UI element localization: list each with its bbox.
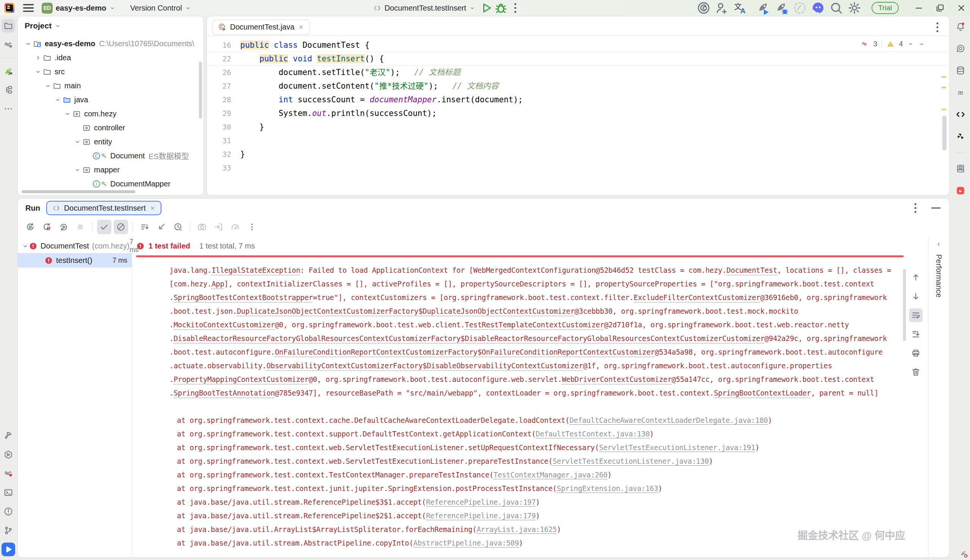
prev-occurrence-button[interactable] bbox=[909, 270, 923, 284]
chevron-down-icon[interactable] bbox=[22, 242, 29, 250]
run-configuration-selector[interactable]: DocumentTest.testInsert bbox=[369, 2, 480, 14]
debug-button[interactable] bbox=[494, 2, 508, 14]
editor-scrollbar-thumb[interactable] bbox=[942, 115, 947, 150]
warning-stripe-mark[interactable] bbox=[942, 109, 946, 110]
project-tree-item-com-hezy[interactable]: com.hezy bbox=[18, 107, 203, 121]
clear-console-button[interactable] bbox=[909, 365, 923, 379]
project-tree-item-documentmapper[interactable]: IDocumentMapper bbox=[18, 177, 203, 191]
project-tree-item-easy-es-demo[interactable]: easy-es-demoC:\Users\10765\Documents\ bbox=[18, 37, 203, 51]
stack-file-link[interactable]: TestContextManager.java:260 bbox=[493, 471, 607, 479]
maven-button[interactable]: m bbox=[954, 86, 967, 99]
editor-tab-documenttest[interactable]: C DocumentTest.java bbox=[212, 20, 310, 35]
console-class-link[interactable]: SpringBootContextLoader bbox=[714, 389, 811, 397]
stack-file-link[interactable]: ServletTestExecutionListener.java:130 bbox=[552, 457, 708, 465]
add-user-button[interactable] bbox=[715, 2, 729, 14]
stack-file-link[interactable]: DefaultTestContext.java:130 bbox=[536, 430, 650, 438]
chevron-down-icon[interactable] bbox=[23, 40, 33, 47]
project-vertical-scrollbar[interactable] bbox=[199, 62, 202, 118]
ai-assistant-side-button[interactable] bbox=[954, 42, 967, 55]
tool-services-button[interactable] bbox=[2, 448, 15, 462]
tool-terminal-button[interactable] bbox=[2, 486, 15, 499]
prev-problem-button[interactable] bbox=[907, 41, 914, 47]
console-class-link[interactable]: SpringBootTestAnnotation bbox=[173, 389, 275, 397]
run-button[interactable] bbox=[479, 2, 494, 14]
console-class-link[interactable]: PropertyMappingContextCustomizer bbox=[173, 375, 308, 383]
tool-structure-button[interactable] bbox=[2, 83, 15, 97]
chevron-right-icon[interactable] bbox=[33, 54, 43, 62]
settings-button[interactable] bbox=[847, 2, 862, 14]
ai-chat-button[interactable] bbox=[811, 2, 825, 14]
search-button[interactable] bbox=[829, 2, 843, 14]
stack-file-link[interactable]: ReferencePipeline.java:179 bbox=[426, 512, 536, 520]
stack-file-link[interactable]: ServletTestExecutionListener.java:191 bbox=[599, 443, 755, 452]
scroll-to-end-button[interactable] bbox=[909, 327, 923, 341]
project-tree-item-src[interactable]: src bbox=[18, 65, 203, 79]
console-class-link[interactable]: TestRestTemplateContextCustomizer bbox=[465, 320, 604, 329]
tool-git-button[interactable] bbox=[2, 523, 15, 537]
print-button[interactable] bbox=[909, 346, 923, 360]
main-menu-button[interactable] bbox=[21, 2, 36, 14]
code-editor[interactable]: 16public class DocumentTest {22 public v… bbox=[207, 36, 949, 175]
maximize-button[interactable] bbox=[935, 3, 945, 13]
project-tree-item-main[interactable]: main bbox=[18, 79, 203, 93]
console-class-link[interactable]: DocumentTest bbox=[727, 266, 777, 274]
editor-options-button[interactable] bbox=[930, 21, 945, 34]
stack-file-link[interactable]: ArrayList.java:1625 bbox=[477, 525, 557, 533]
notifications-button[interactable] bbox=[954, 20, 967, 33]
vcs-widget[interactable]: Version Control bbox=[126, 2, 195, 14]
at-spiral-icon[interactable] bbox=[697, 2, 711, 14]
trial-badge[interactable]: Trial bbox=[872, 2, 899, 14]
red-plugin-button[interactable] bbox=[954, 184, 967, 197]
tool-more-button[interactable] bbox=[2, 102, 15, 115]
tool-run-button[interactable] bbox=[2, 543, 15, 556]
inspections-widget[interactable]: 3 4 bbox=[861, 40, 925, 48]
stack-file-link[interactable]: AbstractPipeline.java:509 bbox=[413, 539, 519, 547]
dictionary-button[interactable]: A bbox=[954, 162, 967, 175]
warning-stripe-mark[interactable] bbox=[942, 87, 946, 88]
console-class-link[interactable]: OnFailureConditionReportContextCustomize… bbox=[275, 348, 655, 356]
tool-vcs-button[interactable]: ? bbox=[2, 38, 15, 52]
jrebel-disabled-icon[interactable] bbox=[958, 548, 968, 558]
more-options-button[interactable] bbox=[245, 220, 259, 234]
code-plugin-button[interactable] bbox=[954, 108, 967, 121]
console-class-link[interactable]: MockitoContextCustomizer bbox=[173, 320, 275, 329]
test-tree-item-documenttest[interactable]: DocumentTest(com.hezy)7 ms bbox=[18, 239, 132, 253]
tool-build-button[interactable] bbox=[2, 429, 15, 443]
plugin-pinwheel-button[interactable] bbox=[954, 130, 967, 143]
chevron-down-icon[interactable] bbox=[33, 68, 43, 75]
translate-button[interactable]: 文A bbox=[733, 2, 747, 14]
next-problem-button[interactable] bbox=[918, 41, 925, 47]
console-scrollbar-thumb[interactable] bbox=[903, 269, 906, 341]
project-tree-item-entity[interactable]: entity bbox=[18, 135, 203, 149]
stack-file-link[interactable]: SpringExtension.java:163 bbox=[557, 484, 658, 493]
chevron-down-icon[interactable] bbox=[72, 166, 82, 173]
tool-jrebel-button[interactable]: JR bbox=[2, 64, 15, 78]
run-tab-documenttest[interactable]: DocumentTest.testInsert bbox=[46, 201, 162, 215]
chevron-down-icon[interactable] bbox=[72, 138, 82, 145]
close-run-tab-icon[interactable] bbox=[149, 205, 156, 212]
tool-commit-button[interactable] bbox=[2, 467, 15, 480]
close-tab-icon[interactable] bbox=[298, 24, 304, 30]
rocket-run-button[interactable] bbox=[756, 2, 771, 14]
project-horizontal-scrollbar[interactable] bbox=[22, 190, 135, 193]
rerun-failed-tests-button[interactable] bbox=[40, 220, 54, 234]
run-more-button[interactable] bbox=[508, 2, 523, 14]
show-passed-button[interactable] bbox=[97, 220, 112, 234]
show-ignored-button[interactable] bbox=[114, 220, 128, 234]
tool-problems-button[interactable] bbox=[2, 505, 15, 518]
test-tree-item-testinsert-[interactable]: testInsert()7 ms bbox=[18, 253, 132, 267]
project-tree-item-controller[interactable]: controller bbox=[18, 121, 203, 135]
rerun-tests-button[interactable] bbox=[23, 220, 38, 234]
stack-file-link[interactable]: DefaultCacheAwareContextLoaderDelegate.j… bbox=[570, 416, 768, 424]
console-output[interactable]: java.lang.IllegalStateException: Failed … bbox=[136, 263, 928, 550]
chevron-down-icon[interactable] bbox=[43, 82, 53, 89]
project-tree-item-document[interactable]: CDocumentES数据模型 bbox=[18, 149, 203, 163]
tool-project-button[interactable] bbox=[2, 19, 15, 33]
warning-stripe-mark[interactable] bbox=[942, 76, 946, 78]
run-panel-options-button[interactable] bbox=[908, 202, 923, 215]
soft-wrap-button[interactable] bbox=[909, 308, 923, 322]
console-class-link[interactable]: WebDriverContextCustomizer bbox=[562, 375, 672, 383]
project-tree-item-mapper[interactable]: mapper bbox=[18, 163, 203, 177]
console-class-link[interactable]: App bbox=[212, 280, 224, 288]
console-class-link[interactable]: DisableReactorResourceFactoryGlobalResou… bbox=[173, 334, 764, 343]
